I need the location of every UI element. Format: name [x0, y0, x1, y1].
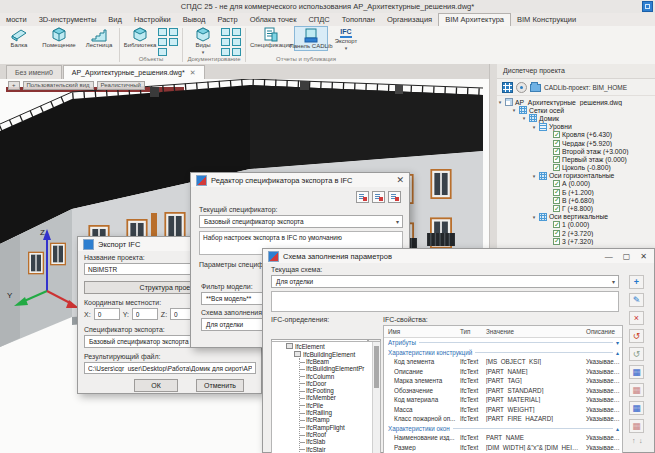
ifc-tree-item[interactable]: IfcPile [300, 402, 380, 409]
ifc-tree-item[interactable]: IfcRamp [300, 416, 380, 423]
ifc-tree-root[interactable]: IfcElement [272, 342, 380, 350]
ifc-tree-item[interactable]: IfcColumn [300, 373, 380, 380]
section-constructions[interactable]: Характеристики конструкций▴ [384, 348, 622, 358]
table-row[interactable]: Класс пожарной оп...IfcText[PART_FIRE_HA… [384, 414, 622, 424]
ifc-tree-root[interactable]: IfcBuildingElement [272, 350, 380, 358]
checkbox[interactable] [553, 189, 560, 196]
ifc-tree-item[interactable]: IfcSlab [300, 438, 380, 445]
object-tool-icon[interactable] [169, 38, 178, 46]
doc-tool-icon[interactable] [221, 38, 230, 46]
tree-leaf-axis[interactable]: 2 (+3.720) [497, 229, 655, 237]
tree-leaf-level[interactable]: Второй этаж (+3.000) [497, 147, 655, 155]
tab-close-icon[interactable]: ✕ [190, 66, 196, 79]
checkbox[interactable] [553, 197, 560, 204]
doc-tool-icon[interactable] [232, 28, 241, 36]
export-ifc-button[interactable]: IFC Экспорт ▾ [329, 26, 363, 51]
close-icon[interactable]: ✕ [396, 174, 404, 186]
current-specifier-combo[interactable]: Базовый спецификатор экспорта [199, 215, 403, 228]
checkbox[interactable] [553, 140, 560, 147]
tree-node-haxes[interactable]: ▾Оси горизонтальные [497, 172, 655, 180]
viewport-style-control[interactable]: Реалистичный [97, 81, 145, 90]
chevron-up-icon[interactable]: ▴ [616, 349, 622, 356]
doc-tool-icon[interactable] [221, 28, 230, 36]
save-specifier-icon[interactable] [372, 191, 385, 203]
add-section-icon[interactable]: ▦ [629, 401, 644, 415]
library-button[interactable]: Библиотека [123, 26, 157, 49]
checkbox[interactable] [553, 205, 560, 212]
tree-leaf-level[interactable]: Кровля (+6.430) [497, 131, 655, 139]
tree-leaf-axis[interactable]: Б (+1.200) [497, 188, 655, 196]
move-up-icon[interactable]: ↑ [632, 437, 636, 444]
tree-node-domik[interactable]: ▾Домик [497, 114, 655, 122]
chevron-up-icon[interactable]: ▴ [616, 425, 622, 432]
new-specifier-icon[interactable] [356, 191, 369, 203]
table-row[interactable]: ОбозначениеIfcText[PART_STANDARD]Указыва… [384, 386, 622, 396]
stairs-button[interactable]: Лестница [82, 26, 116, 49]
tree-node-grids[interactable]: ▾Сетки осей [497, 106, 655, 114]
checkbox[interactable] [553, 164, 560, 171]
menu-item-0[interactable]: мости [0, 14, 33, 25]
table-row[interactable]: Код материалаIfcText[PART_MATERIAL]Указы… [384, 395, 622, 405]
room-button[interactable]: Помещение [37, 26, 81, 49]
delete-specifier-icon[interactable] [388, 191, 401, 203]
project-tree[interactable]: ▾АР_Архитектурные_решения.dwg ▾Сетки осе… [497, 96, 655, 245]
doc-tool-icon[interactable] [232, 38, 241, 46]
ifc-properties-table[interactable]: Имя Тип Значение Описание Атрибуты▾ Хара… [383, 325, 623, 453]
ifc-tree-item[interactable]: IfcBeam [300, 358, 380, 365]
tree-leaf-axis[interactable]: 3 (+7.320) [497, 237, 655, 245]
tree-node-dwg[interactable]: ▾АР_Архитектурные_решения.dwg [497, 98, 655, 106]
ifc-tree-item[interactable]: IfcDoor [300, 380, 380, 387]
menu-item-organization[interactable]: Организация [381, 14, 438, 25]
tree-node-levels[interactable]: ▾Уровни [497, 123, 655, 131]
add-schema-button[interactable]: + [629, 275, 644, 289]
y-input[interactable] [132, 308, 158, 320]
checkbox[interactable] [553, 221, 560, 228]
menu-item-pointclouds[interactable]: Облака точек [244, 14, 303, 25]
tree-leaf-axis[interactable]: В (+6.680) [497, 196, 655, 204]
ifc-tree-item[interactable]: IfcRoof [300, 431, 380, 438]
views-button[interactable]: Виды ▾ [186, 26, 220, 55]
cadlib-panel-button[interactable]: Панель CADLib [294, 26, 328, 51]
tree-leaf-level[interactable]: Чердак (+5.920) [497, 139, 655, 147]
checkbox[interactable] [553, 238, 560, 245]
maximize-icon[interactable]: ▢ [623, 252, 631, 261]
section-windows[interactable]: Характеристики окон▴ [384, 424, 622, 434]
schema-dialog-titlebar[interactable]: Схема заполнения параметров — ▢ ✕ [263, 249, 654, 263]
tree-leaf-axis[interactable]: 1 (0.000) [497, 221, 655, 229]
table-row[interactable]: Наименование изд...IfcTextPART_NAMEУказы… [384, 433, 622, 443]
current-schema-combo[interactable]: Для отделки [271, 275, 619, 288]
chevron-down-icon[interactable]: ▾ [616, 339, 622, 346]
table-row[interactable]: ОписаниеIfcText[PART_NAME]Указывается оп… [384, 367, 622, 377]
tree-leaf-level[interactable]: Первый этаж (0.000) [497, 155, 655, 163]
tree-leaf-axis[interactable]: А (0.000) [497, 180, 655, 188]
viewport-view-control[interactable]: Пользовательский вид [23, 81, 94, 90]
menu-item-output[interactable]: Вывод [177, 14, 212, 25]
menu-item-topoplan[interactable]: Топоплан [336, 14, 381, 25]
table-row[interactable]: РазмерIfcText[DIM_WIDTH] &"x"& [DIM_HEIG… [384, 443, 622, 453]
object-tool-icon[interactable] [158, 28, 167, 36]
titlebar-corner-icon[interactable] [642, 1, 653, 12]
menu-item-bim-architecture[interactable]: BIM Архитектура [438, 13, 511, 26]
checkbox[interactable] [553, 230, 560, 237]
tree-node-vaxes[interactable]: ▾Оси вертикальные [497, 213, 655, 221]
documenting-tools[interactable] [221, 26, 242, 57]
beam-button[interactable]: Балка [2, 26, 36, 49]
x-input[interactable] [94, 308, 120, 320]
tree-scrollbar[interactable] [372, 342, 380, 453]
ifc-tree-item[interactable]: IfcRailing [300, 409, 380, 416]
section-attributes[interactable]: Атрибуты▾ [384, 338, 622, 348]
viewport-plus-control[interactable]: + [8, 81, 20, 90]
minimize-icon[interactable]: — [605, 252, 613, 261]
ok-button[interactable]: ОК [134, 379, 178, 392]
add-property-icon[interactable]: ▦ [629, 365, 644, 379]
cadlib-building-icon[interactable] [502, 82, 513, 93]
checkbox[interactable] [553, 180, 560, 187]
object-tool-icon[interactable] [169, 28, 178, 36]
remove-property-icon[interactable]: ▦ [629, 383, 644, 397]
edit-schema-icon[interactable]: ✎ [629, 293, 644, 307]
menu-item-spds[interactable]: СПДС [302, 14, 335, 25]
move-down-icon[interactable]: ↓ [639, 437, 643, 444]
object-tool-icon[interactable] [158, 38, 167, 46]
checkbox[interactable] [553, 148, 560, 155]
menu-item-raster[interactable]: Растр [211, 14, 243, 25]
